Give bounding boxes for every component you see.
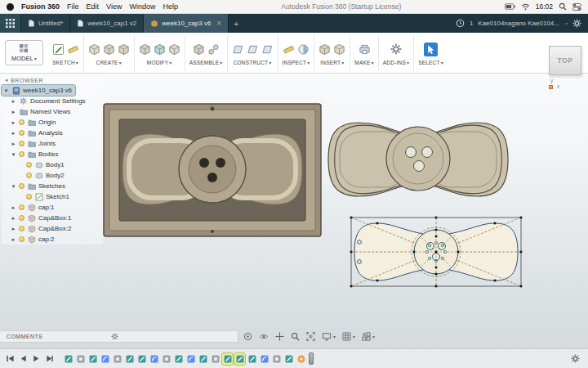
skip-start-button[interactable]: [5, 353, 16, 364]
menubar-clock[interactable]: 16:02: [536, 2, 553, 11]
play-button[interactable]: [31, 353, 42, 364]
browser-item-cap-2[interactable]: ▸cap:2: [2, 234, 58, 245]
viewcube-face-top[interactable]: TOP: [558, 56, 573, 65]
3d-print-icon[interactable]: [359, 43, 371, 56]
assemble-component-icon[interactable]: [193, 43, 205, 56]
sketch-dimension-icon[interactable]: [67, 43, 79, 56]
timeline-settings-gear-icon[interactable]: [571, 354, 583, 363]
visibility-bulb-icon[interactable]: [19, 130, 24, 136]
browser-item-cap-1[interactable]: ▸cap:1: [2, 202, 58, 213]
disclosure-arrow-icon[interactable]: ▸: [11, 141, 16, 147]
insert-mesh-icon[interactable]: [318, 43, 331, 56]
disclosure-arrow-icon[interactable]: ▸: [11, 215, 16, 222]
disclosure-arrow-icon[interactable]: ▾: [11, 183, 16, 190]
measure-icon[interactable]: [283, 43, 295, 56]
battery-icon[interactable]: [505, 3, 515, 10]
decal-icon[interactable]: [333, 43, 345, 56]
timeline-feature-sketch[interactable]: [222, 353, 233, 365]
construction-axis-icon[interactable]: [247, 43, 259, 56]
browser-item-week10-cap3-v6[interactable]: ▾week10_cap3 v6: [2, 85, 75, 96]
spotlight-search-icon[interactable]: [559, 2, 567, 11]
workspace-selector[interactable]: MODEL▾: [5, 40, 43, 65]
disclosure-arrow-icon[interactable]: ▾: [11, 151, 16, 158]
sketch-drawing[interactable]: [350, 217, 523, 288]
visibility-bulb-icon[interactable]: [26, 162, 32, 168]
apple-icon[interactable]: [7, 3, 14, 11]
viewcube[interactable]: TOP: [549, 46, 581, 75]
user-account-menu[interactable]: Kae0104nagano Kae0104...: [478, 20, 559, 27]
app-menu-fusion360[interactable]: Fusion 360: [21, 2, 60, 11]
browser-item-analysis[interactable]: ▸Analysis: [2, 128, 66, 138]
toolbar-group-dropdown[interactable]: SKETCH▾: [52, 60, 78, 65]
timeline-feature-joint[interactable]: [296, 353, 306, 365]
visibility-bulb-icon[interactable]: [19, 236, 24, 242]
menu-item-window[interactable]: Window: [129, 2, 155, 11]
browser-item-document-settings[interactable]: ▸Document Settings: [2, 96, 89, 106]
browser-item-sketches[interactable]: ▾Sketches: [2, 181, 69, 191]
visibility-bulb-icon[interactable]: [19, 119, 24, 125]
toolbar-group-dropdown[interactable]: MAKE▾: [354, 60, 373, 65]
comments-bar[interactable]: COMMENTS: [0, 330, 238, 343]
timeline-feature-sketch[interactable]: [87, 353, 98, 365]
timeline-feature-sketch[interactable]: [173, 353, 184, 365]
offset-plane-icon[interactable]: [232, 43, 244, 56]
disclosure-arrow-icon[interactable]: ▸: [11, 109, 16, 115]
menu-item-edit[interactable]: Edit: [87, 2, 100, 11]
visibility-bulb-icon[interactable]: [19, 151, 24, 157]
browser-item-body2[interactable]: Body2: [2, 170, 68, 181]
menu-item-view[interactable]: View: [106, 2, 122, 11]
timeline-feature-sketch[interactable]: [136, 353, 147, 365]
step-back-button[interactable]: [18, 353, 29, 364]
scripts-addins-icon[interactable]: [390, 43, 402, 55]
disclosure-arrow-icon[interactable]: ▸: [11, 98, 16, 105]
timeline-feature-extrude[interactable]: [75, 353, 86, 365]
browser-item-body1[interactable]: Body1: [2, 159, 68, 170]
tab-close-icon[interactable]: ×: [216, 20, 221, 28]
visibility-bulb-icon[interactable]: [26, 173, 32, 178]
disclosure-arrow-icon[interactable]: ▾: [3, 88, 9, 94]
disclosure-arrow-icon[interactable]: ▸: [11, 119, 16, 126]
toolbar-group-dropdown[interactable]: CONSTRUCT▾: [234, 60, 272, 65]
step-forward-button[interactable]: [44, 353, 55, 364]
timeline-feature-extrude[interactable]: [161, 353, 172, 365]
toolbar-group-dropdown[interactable]: CREATE▾: [96, 60, 122, 65]
document-tab[interactable]: week10_cap1 v2: [70, 14, 144, 33]
toolbar-group-dropdown[interactable]: MODIFY▾: [147, 60, 172, 65]
new-document-tab-button[interactable]: +: [229, 14, 243, 33]
timeline-feature-extrude[interactable]: [112, 353, 122, 365]
toolbar-group-dropdown[interactable]: SELECT▾: [418, 60, 443, 65]
browser-header[interactable]: ◂ BROWSER: [2, 75, 103, 85]
joint-icon[interactable]: [207, 43, 220, 56]
visibility-bulb-icon[interactable]: [19, 183, 24, 189]
toolbar-group-dropdown[interactable]: ASSEMBLE▾: [189, 60, 223, 65]
fit-button[interactable]: [306, 332, 315, 341]
toolbar-group-dropdown[interactable]: ADD-INS▾: [383, 60, 409, 65]
browser-item-sketch1[interactable]: Sketch1: [2, 191, 73, 202]
browser-item-cap-box-1[interactable]: ▸Cap&Box:1: [2, 213, 74, 223]
timeline-feature-fillet[interactable]: [185, 353, 196, 365]
visibility-bulb-icon[interactable]: [26, 194, 32, 200]
disclosure-arrow-icon[interactable]: ▸: [11, 130, 16, 137]
browser-item-joints[interactable]: ▸Joints: [2, 138, 59, 149]
zoom-button[interactable]: [291, 332, 300, 341]
menu-item-file[interactable]: File: [67, 2, 79, 11]
timeline-feature-fillet[interactable]: [100, 353, 110, 365]
render-cap-body[interactable]: [328, 123, 508, 196]
browser-item-bodies[interactable]: ▾Bodies: [2, 149, 61, 159]
grid-settings-button[interactable]: ▾: [342, 332, 355, 341]
menu-item-help[interactable]: Help: [163, 2, 178, 11]
timeline-feature-sketch[interactable]: [283, 353, 294, 365]
document-tab[interactable]: Untitled*: [21, 14, 70, 33]
fillet-icon[interactable]: [154, 43, 166, 56]
toolbar-group-dropdown[interactable]: INSERT▾: [320, 60, 344, 65]
toolbar-group-dropdown[interactable]: INSPECT▾: [283, 60, 310, 65]
browser-item-cap-box-2[interactable]: ▸Cap&Box:2: [2, 223, 74, 234]
visibility-bulb-icon[interactable]: [19, 141, 24, 146]
wifi-icon[interactable]: [521, 3, 530, 11]
construction-point-icon[interactable]: [261, 43, 274, 56]
job-status-icon[interactable]: [456, 19, 465, 28]
visibility-bulb-icon[interactable]: [19, 215, 24, 221]
timeline-feature-sketch[interactable]: [198, 353, 208, 365]
document-tab[interactable]: week10_cap3 v6×: [144, 14, 229, 33]
timeline-feature-fillet[interactable]: [259, 353, 270, 365]
